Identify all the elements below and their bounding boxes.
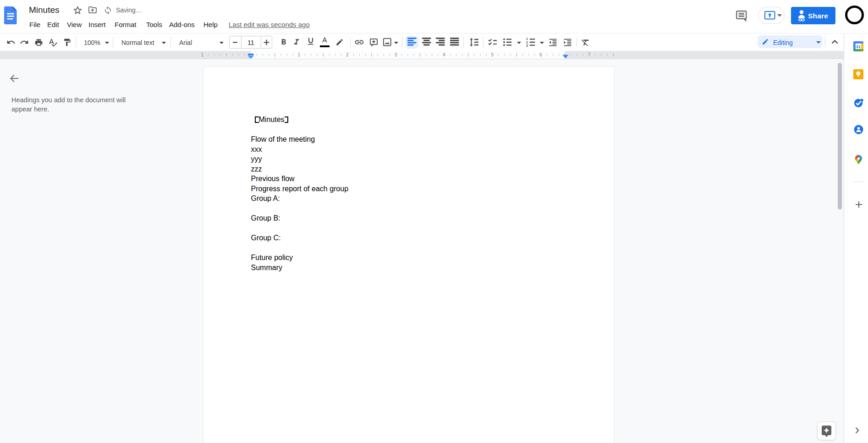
svg-text:6: 6 xyxy=(539,52,542,57)
svg-text:2: 2 xyxy=(526,41,528,44)
svg-text:4: 4 xyxy=(443,52,445,57)
svg-text:3: 3 xyxy=(526,44,528,47)
svg-text:1: 1 xyxy=(298,52,301,57)
svg-text:7: 7 xyxy=(588,52,591,57)
svg-text:3: 3 xyxy=(395,52,397,57)
svg-text:1: 1 xyxy=(201,52,204,57)
svg-text:31: 31 xyxy=(856,44,861,49)
svg-text:5: 5 xyxy=(491,52,494,57)
svg-text:2: 2 xyxy=(346,52,349,57)
svg-text:1: 1 xyxy=(526,37,528,40)
